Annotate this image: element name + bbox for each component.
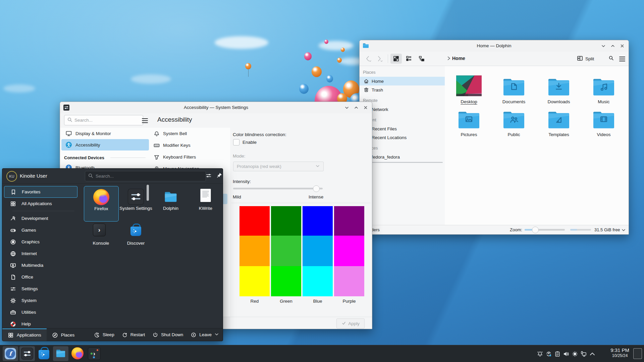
back-button[interactable]: [364, 55, 372, 62]
taskbar-discover[interactable]: [36, 346, 52, 361]
kickoff-favorites-grid: FirefoxSystem SettingsDolphinKWrite›Kons…: [81, 185, 221, 327]
dolphin-titlebar[interactable]: Home — Dolphin: [360, 40, 629, 52]
favorite-app-firefox[interactable]: Firefox: [84, 186, 119, 222]
maximize-icon[interactable]: [610, 43, 616, 49]
sidebar-item[interactable]: Settings: [4, 283, 77, 295]
taskbar-fedora-launcher[interactable]: f: [3, 346, 18, 361]
sleep-button[interactable]: Sleep: [90, 328, 118, 341]
folder-item[interactable]: Desktop: [449, 75, 489, 104]
tree-view-button[interactable]: [416, 54, 427, 64]
folder-item[interactable]: Templates: [539, 108, 579, 137]
breadcrumb[interactable]: Home: [452, 56, 465, 61]
category-row[interactable]: Connected Devices: [61, 153, 149, 162]
clock[interactable]: 9:31 PM 10/25/24: [610, 347, 629, 359]
subpage-row[interactable]: System Bell: [150, 128, 230, 139]
syset-titlebar[interactable]: Accessibility — System Settings: [60, 102, 372, 113]
category-row[interactable]: Display & Monitor: [61, 128, 149, 139]
taskbar-system-settings[interactable]: [19, 346, 35, 361]
category-row[interactable]: Accessibility: [61, 139, 149, 150]
volume-icon[interactable]: [563, 351, 570, 357]
updates-icon[interactable]: [545, 351, 552, 357]
sidebar-item[interactable]: [7, 209, 74, 213]
split-button[interactable]: Split: [577, 56, 594, 62]
folder-item[interactable]: Public: [494, 108, 534, 137]
pin-icon[interactable]: [216, 172, 222, 179]
favorite-app-kwrite[interactable]: KWrite: [189, 186, 223, 221]
leave-button[interactable]: Leave: [187, 328, 223, 341]
place-row[interactable]: Remote: [360, 96, 445, 105]
downloads-icon: [546, 92, 572, 97]
color-swatch: [334, 266, 364, 296]
subpage-row[interactable]: Modifier Keys: [150, 139, 230, 151]
close-icon[interactable]: [619, 43, 625, 49]
folder-item[interactable]: Music: [584, 75, 624, 104]
sidebar-item[interactable]: Favorites: [4, 186, 77, 198]
place-row[interactable]: Recent Locations: [360, 133, 445, 142]
taskbar-terminal[interactable]: ›: [87, 346, 102, 361]
place-row[interactable]: Places: [360, 68, 445, 77]
sidebar-item[interactable]: System: [4, 295, 77, 306]
shut-down-button[interactable]: Shut Down: [149, 328, 187, 341]
restart-icon: [122, 332, 128, 338]
minimize-icon[interactable]: [344, 105, 350, 111]
favorite-app-konsole[interactable]: ›Konsole: [84, 221, 118, 256]
sidebar-item[interactable]: Office: [4, 271, 77, 283]
folder-item[interactable]: Pictures: [449, 108, 489, 137]
dolphin-folder-view[interactable]: Desktop Documents Downloads Music Pictur…: [445, 66, 629, 225]
favorite-app-dolphin[interactable]: Dolphin: [154, 186, 188, 221]
zoom-slider[interactable]: [525, 229, 565, 231]
search-input[interactable]: Search...: [64, 115, 143, 125]
place-row[interactable]: Home: [360, 77, 445, 85]
maximize-icon[interactable]: [353, 105, 359, 111]
enable-checkbox[interactable]: [233, 139, 239, 145]
expand-icon[interactable]: [589, 351, 596, 357]
place-row[interactable]: Network: [360, 105, 445, 114]
check-icon: [341, 321, 346, 326]
intensity-slider[interactable]: [233, 188, 323, 189]
network-pc-icon[interactable]: [580, 351, 587, 357]
restart-button[interactable]: Restart: [118, 328, 149, 341]
tab-places[interactable]: Places: [47, 328, 80, 341]
sidebar-item[interactable]: Multimedia: [4, 259, 77, 271]
sidebar-item[interactable]: Utilities: [4, 306, 77, 318]
taskbar-firefox[interactable]: [70, 346, 85, 361]
sidebar-item[interactable]: Games: [4, 224, 77, 236]
folder-item[interactable]: Documents: [494, 75, 534, 104]
configure-icon[interactable]: [206, 173, 212, 180]
place-row[interactable]: fedora_fedora: [360, 153, 445, 161]
statusbar-chevron-icon[interactable]: [621, 228, 626, 233]
folder-item[interactable]: Downloads: [539, 75, 579, 104]
search-icon[interactable]: [608, 55, 614, 62]
close-icon[interactable]: [363, 105, 369, 111]
place-row[interactable]: Recent Files: [360, 124, 445, 133]
place-row[interactable]: Trash: [360, 85, 445, 94]
mode-dropdown[interactable]: Protanopia (red weak): [233, 162, 324, 171]
favorite-app-discover[interactable]: Discover: [119, 221, 153, 256]
sidebar-item[interactable]: Graphics: [4, 236, 77, 248]
place-row[interactable]: Devices: [360, 144, 445, 153]
sidebar-scrollbar[interactable]: [147, 185, 149, 201]
details-view-button[interactable]: [403, 54, 415, 64]
avatar[interactable]: KU: [6, 171, 17, 182]
tab-applications[interactable]: Applications: [2, 328, 47, 341]
icons-view-button[interactable]: [390, 54, 402, 64]
enable-row[interactable]: Enable: [233, 139, 257, 145]
folder-item[interactable]: Videos: [584, 108, 624, 137]
search-input[interactable]: Search...: [85, 171, 206, 181]
forward-button[interactable]: [376, 55, 383, 62]
show-desktop-button[interactable]: [633, 348, 642, 359]
sidebar-item[interactable]: All Applications: [4, 198, 77, 209]
sidebar-item[interactable]: Internet: [4, 248, 77, 259]
apply-button[interactable]: Apply: [336, 318, 365, 328]
subpage-row[interactable]: Keyboard Filters: [150, 151, 230, 163]
sidebar-item[interactable]: Development: [4, 213, 77, 224]
minimize-icon[interactable]: [600, 43, 606, 49]
menu-icon[interactable]: [142, 118, 148, 123]
menu-icon[interactable]: [619, 57, 625, 61]
taskbar-dolphin[interactable]: [53, 346, 68, 361]
brightness-icon[interactable]: [572, 351, 578, 357]
notifications-icon[interactable]: [537, 351, 543, 357]
grid-icon: [10, 201, 16, 207]
clipboard-icon[interactable]: [554, 351, 561, 357]
place-row[interactable]: Recent: [360, 116, 445, 124]
